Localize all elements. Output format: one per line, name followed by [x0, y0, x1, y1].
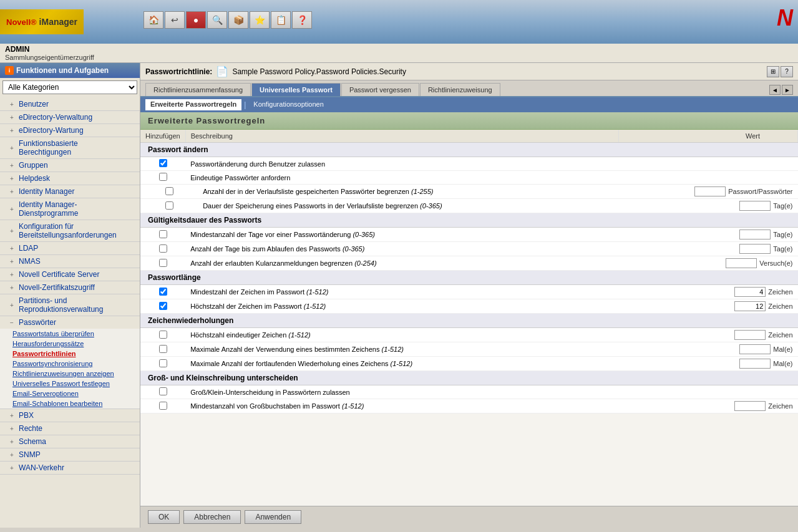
cb-eindeutige[interactable]: [159, 173, 167, 181]
cancel-button[interactable]: Abbrechen: [183, 510, 241, 524]
nav-universelles-passwort[interactable]: Universelles Passwort festlegen: [7, 379, 140, 389]
sidebar-item-helpdesk[interactable]: Helpdesk: [0, 172, 140, 185]
cb-fortlaufend[interactable]: [159, 359, 167, 367]
table-row: Anzahl der in der Verlaufsliste gespeich…: [140, 185, 798, 199]
sidebar-item-zertifikatszugriff[interactable]: Novell-Zertifikatszugriff: [0, 281, 140, 294]
sidebar-item-ldap[interactable]: LDAP: [0, 242, 140, 254]
nav-group-passwoerter: Passwörter Passwortstatus überprüfen Her…: [0, 316, 140, 409]
nav-herausforderungssaetze[interactable]: Herausforderungssätze: [7, 339, 140, 349]
main-layout: i Funktionen und Aufgaben Alle Kategorie…: [0, 63, 798, 528]
sidebar-item-schema[interactable]: Schema: [0, 435, 140, 448]
category-dropdown-container: Alle Kategorien: [2, 80, 137, 94]
input-verlauf-dauer[interactable]: [739, 201, 771, 211]
input-verwendung[interactable]: [739, 344, 771, 354]
sidebar-item-gruppen[interactable]: Gruppen: [0, 159, 140, 172]
subtab-erweiterte[interactable]: Erweiterte Passwortregeln: [145, 99, 241, 110]
tab-passwort-vergessen[interactable]: Passwort vergessen: [341, 83, 419, 96]
sidebar-item-funktionsbasierte[interactable]: FunktionsbasierteBerechtigungen: [0, 137, 140, 158]
sidebar-item-identity-manager[interactable]: Identity Manager: [0, 185, 140, 198]
input-hoechst-eindeutig[interactable]: [734, 330, 766, 340]
sidebar-item-passwoerter[interactable]: Passwörter: [0, 316, 140, 329]
toolbar-back[interactable]: ↩: [165, 11, 185, 29]
sidebar: i Funktionen und Aufgaben Alle Kategorie…: [0, 63, 140, 528]
bottom-bar: OK Abbrechen Anwenden: [140, 506, 798, 528]
tab-richtlinienzusammenfassung[interactable]: Richtlinienzusammenfassung: [145, 83, 251, 96]
cb-kulanz[interactable]: [159, 259, 167, 267]
input-ablauf-tage[interactable]: [739, 244, 771, 254]
input-fortlaufend[interactable]: [739, 359, 771, 369]
passwords-subnav: Passwortstatus überprüfen Herausforderun…: [0, 329, 140, 409]
input-mindest-tage[interactable]: [739, 230, 771, 239]
ok-button[interactable]: OK: [148, 510, 180, 524]
subtab-konfiguration[interactable]: Konfigurationsoptionen: [248, 99, 329, 110]
table-row: Maximale Anzahl der Verwendung eines bes…: [140, 342, 798, 357]
admin-subtitle: Sammlungseigentümerzugriff: [5, 54, 793, 61]
sidebar-item-edirectory-wartung[interactable]: eDirectory-Wartung: [0, 124, 140, 137]
cb-mindest-zeichen[interactable]: [159, 288, 167, 296]
nav-email-schablonen[interactable]: Email-Schablonen bearbeiten: [7, 399, 140, 409]
sidebar-item-identity-manager-dienst[interactable]: Identity Manager-Dienstprogramme: [0, 198, 140, 220]
sidebar-item-benutzer[interactable]: Benutzer: [0, 98, 140, 110]
input-mindest-zeichen[interactable]: [734, 287, 766, 297]
expand-btn[interactable]: ⊞: [767, 66, 779, 77]
nav-group-konfiguration: Konfiguration fürBereitstellungsanforder…: [0, 220, 140, 242]
input-kulanz[interactable]: [726, 258, 757, 268]
table-row: Höchstzahl eindeutiger Zeichen (1-512) Z…: [140, 328, 798, 342]
toolbar-refresh[interactable]: ●: [186, 11, 206, 29]
help-btn[interactable]: ?: [781, 66, 793, 77]
sidebar-item-konfiguration[interactable]: Konfiguration fürBereitstellungsanforder…: [0, 220, 140, 241]
sidebar-header: i Funktionen und Aufgaben: [0, 63, 140, 78]
toolbar-help[interactable]: ❓: [292, 11, 312, 29]
tab-next-btn[interactable]: ►: [782, 85, 793, 95]
policy-name: Sample Password Policy.Password Policies…: [232, 67, 406, 76]
group-gueltigkeit: Gültigkeitsdauer des Passworts: [140, 213, 798, 228]
group-passwortlaenge: Passwortlänge: [140, 271, 798, 285]
category-select[interactable]: Alle Kategorien: [2, 80, 137, 94]
sidebar-item-nmas[interactable]: NMAS: [0, 255, 140, 268]
toolbar-container[interactable]: 📦: [228, 11, 248, 29]
nav-passwortsynchronisierung[interactable]: Passwortsynchronisierung: [7, 359, 140, 369]
cb-gross-klein[interactable]: [159, 387, 167, 395]
table-row: Passwortänderung durch Benutzer zulassen: [140, 157, 798, 171]
sidebar-item-edirectory-verwaltung[interactable]: eDirectory-Verwaltung: [0, 111, 140, 123]
imanager-brand: iManager: [39, 17, 77, 27]
nav-email-server[interactable]: Email-Serveroptionen: [7, 389, 140, 399]
input-verlauf-anzahl[interactable]: [694, 186, 726, 196]
cb-verwendung[interactable]: [159, 345, 167, 353]
sidebar-item-wan[interactable]: WAN-Verkehr: [0, 462, 140, 474]
sidebar-item-snmp[interactable]: SNMP: [0, 448, 140, 461]
apply-button[interactable]: Anwenden: [245, 510, 301, 524]
sidebar-item-partitions[interactable]: Partitions- undReproduktionsverwaltung: [0, 294, 140, 316]
cb-mindest-tage[interactable]: [159, 230, 167, 238]
toolbar-favorites[interactable]: ⭐: [250, 11, 270, 29]
nav-richtlinienzuweisungen[interactable]: Richtlinienzuweisungen anzeigen: [7, 369, 140, 379]
tab-richtlinienzuweisung[interactable]: Richtlinienzuweisung: [420, 83, 500, 96]
novell-brand: Novell®: [6, 17, 37, 27]
toolbar-home[interactable]: 🏠: [144, 11, 163, 29]
nav-passwortstatus[interactable]: Passwortstatus überprüfen: [7, 329, 140, 339]
toolbar-search[interactable]: 🔍: [207, 11, 227, 29]
admin-bar: ADMIN Sammlungseigentümerzugriff: [0, 44, 798, 63]
tab-universelles-passwort[interactable]: Universelles Passwort: [251, 83, 341, 96]
sidebar-item-certificate-server[interactable]: Novell Certificate Server: [0, 268, 140, 281]
cb-dauer-verlauf[interactable]: [165, 201, 173, 210]
cb-ablauf-tage[interactable]: [159, 244, 167, 253]
nav-passwortrichtlinien[interactable]: Passwortrichtlinien: [7, 349, 140, 359]
sub-tabs-bar: Erweiterte Passwortregeln | Konfiguratio…: [140, 97, 798, 112]
cb-hoechst-zeichen[interactable]: [159, 302, 167, 310]
tab-navigation: ◄ ►: [769, 85, 793, 95]
toolbar-tasks[interactable]: 📋: [271, 11, 291, 29]
tab-prev-btn[interactable]: ◄: [769, 85, 781, 95]
nav-group-nmas: NMAS: [0, 255, 140, 268]
nav-group-pbx: PBX: [0, 409, 140, 422]
cb-hoechst-eindeutig[interactable]: [159, 331, 167, 339]
input-grossbuchstaben[interactable]: [734, 401, 766, 411]
cb-anzahl-verlauf[interactable]: [165, 187, 173, 195]
sidebar-item-rechte[interactable]: Rechte: [0, 422, 140, 435]
input-hoechst-zeichen[interactable]: [734, 301, 766, 311]
cb-passwortaenderung[interactable]: [159, 159, 167, 167]
sidebar-item-pbx[interactable]: PBX: [0, 409, 140, 422]
nav-group-funktionsbasierte: FunktionsbasierteBerechtigungen: [0, 137, 140, 159]
nav-group-schema: Schema: [0, 435, 140, 448]
cb-grossbuchstaben[interactable]: [159, 402, 167, 410]
